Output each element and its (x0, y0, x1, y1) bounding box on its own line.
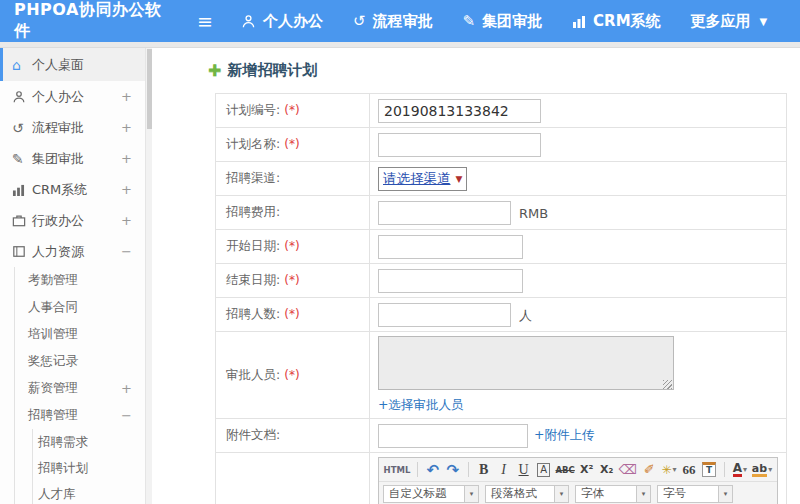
user-icon (241, 14, 256, 29)
source-code-button[interactable]: HTML (383, 460, 411, 479)
nav-item-personal-office[interactable]: 个人办公 (241, 12, 323, 31)
resize-grip-icon[interactable] (663, 380, 672, 389)
select-caret-icon: ▼ (456, 174, 463, 184)
chevron-down-icon: ▾ (637, 485, 651, 503)
expand-icon[interactable]: + (121, 151, 132, 166)
plan-name-input[interactable] (378, 133, 541, 157)
nav-item-workflow-approval[interactable]: ↺ 流程审批 (353, 12, 433, 31)
font-size-select[interactable]: 字号 ▾ (657, 485, 733, 503)
sidebar-item-recruit-mgmt[interactable]: 招聘管理 − (0, 402, 145, 429)
editor-toolbar-row1: HTML ↶ ↷ B I U A ABC X² X₂ ⌫ (379, 458, 777, 482)
chevron-down-icon: ▾ (673, 465, 677, 474)
bold-button[interactable]: B (475, 460, 493, 479)
approvers-textarea[interactable] (378, 336, 674, 390)
expand-icon[interactable]: + (121, 381, 132, 396)
sidebar-item-recruit-plan[interactable]: 招聘计划 (0, 455, 145, 481)
required-mark: (*) (284, 137, 299, 151)
sidebar-item-talent-pool[interactable]: 人才库 (0, 481, 145, 504)
nav-item-label: 更多应用 (691, 12, 751, 31)
sidebar-item-hr-contract[interactable]: 人事合同 (0, 294, 145, 321)
nav-item-label: 个人办公 (263, 12, 323, 31)
nav-item-group-approval[interactable]: ✎ 集团审批 (463, 12, 543, 31)
channel-select[interactable]: 请选择渠道 ▼ (378, 167, 467, 191)
scrollbar-thumb[interactable] (147, 49, 152, 129)
custom-heading-select[interactable]: 自定义标题 ▾ (383, 485, 479, 503)
strikethrough-button[interactable]: ABC (555, 460, 576, 479)
expand-icon[interactable]: + (121, 120, 132, 135)
sidebar-item-personal-office[interactable]: 个人办公 + (0, 81, 145, 112)
format-brush-icon[interactable]: ✐ (640, 460, 658, 479)
sidebar-item-group-approval[interactable]: ✎ 集团审批 + (0, 143, 145, 174)
plan-number-input[interactable] (378, 99, 541, 123)
sidebar-item-rewards[interactable]: 奖惩记录 (0, 348, 145, 375)
sidebar-item-label: 集团审批 (32, 150, 84, 168)
select-value: 自定义标题 (383, 485, 465, 503)
attachment-input[interactable] (378, 424, 528, 448)
required-mark: (*) (284, 307, 299, 321)
field-label: 审批人员: (226, 367, 280, 382)
highlight-glyph: ab (752, 463, 767, 477)
sidebar-item-crm[interactable]: CRM系统 + (0, 174, 145, 205)
sidebar-item-label: 招聘需求 (38, 434, 88, 451)
expand-icon[interactable]: − (121, 408, 132, 423)
nav-item-more-apps[interactable]: 更多应用 ▼ (691, 12, 768, 31)
sidebar-item-label: 个人办公 (32, 88, 84, 106)
hamburger-icon[interactable]: ≡ (197, 10, 213, 32)
form-row-approvers: 审批人员:(*) +选择审批人员 (216, 332, 787, 419)
paste-as-text-icon[interactable]: T (702, 462, 716, 477)
cost-input[interactable] (378, 201, 511, 225)
sidebar-item-desktop[interactable]: ⌂ 个人桌面 (0, 48, 145, 81)
italic-button[interactable]: I (495, 460, 513, 479)
superscript-button[interactable]: X² (578, 460, 596, 479)
sidebar-item-label: 人事合同 (28, 299, 78, 316)
edit-icon: ✎ (12, 151, 32, 167)
chevron-down-icon: ▾ (719, 485, 733, 503)
field-label: 计划名称: (226, 136, 280, 151)
sidebar-scrollbar[interactable] (145, 48, 152, 504)
headcount-input[interactable] (378, 303, 511, 327)
redo-icon[interactable]: ↷ (444, 460, 462, 479)
chevron-down-icon: ▾ (743, 465, 747, 474)
sidebar-item-label: 招聘管理 (28, 407, 78, 424)
chevron-down-icon: ▼ (760, 16, 768, 27)
highlight-color-button[interactable]: ab▾ (751, 460, 773, 479)
sidebar-item-workflow-approval[interactable]: ↺ 流程审批 + (0, 112, 145, 143)
sidebar-item-label: 考勤管理 (28, 272, 78, 289)
field-label: 招聘渠道: (226, 170, 280, 185)
start-date-input[interactable] (378, 235, 523, 259)
expand-icon[interactable]: + (121, 182, 132, 197)
color-spray-icon[interactable]: ✳▾ (660, 460, 678, 479)
sidebar-item-training[interactable]: 培训管理 (0, 321, 145, 348)
sidebar-item-hr[interactable]: 人力资源 − (0, 236, 145, 267)
remove-format-icon[interactable]: A (537, 463, 550, 477)
person-suffix: 人 (519, 308, 532, 323)
sidebar-item-recruit-need[interactable]: 招聘需求 (0, 429, 145, 455)
field-label: 附件文档: (226, 427, 280, 442)
eraser-icon[interactable]: ⌫ (618, 460, 638, 479)
expand-icon[interactable]: + (121, 89, 132, 104)
sidebar-item-admin-office[interactable]: 行政办公 + (0, 205, 145, 236)
paragraph-format-select[interactable]: 段落格式 ▾ (485, 485, 569, 503)
chevron-down-icon: ▾ (555, 485, 569, 503)
briefcase-icon (12, 214, 32, 227)
font-color-button[interactable]: A▾ (731, 460, 749, 479)
nav-item-crm[interactable]: CRM系统 (572, 12, 661, 31)
bar-chart-icon (572, 15, 586, 28)
sidebar-item-label: CRM系统 (32, 181, 87, 199)
underline-button[interactable]: U (515, 460, 533, 479)
home-icon: ⌂ (12, 57, 32, 73)
subscript-button[interactable]: X₂ (598, 460, 616, 479)
end-date-input[interactable] (378, 269, 523, 293)
undo-icon[interactable]: ↶ (424, 460, 442, 479)
expand-icon[interactable]: − (121, 244, 132, 259)
attachment-upload-link[interactable]: +附件上传 (534, 427, 594, 444)
choose-approvers-link[interactable]: +选择审批人员 (378, 397, 463, 412)
channel-select-value: 请选择渠道 (383, 170, 451, 188)
top-bar: PHPOA协同办公软件 ≡ 个人办公 ↺ 流程审批 ✎ 集团审批 CRM系统 更… (0, 0, 800, 42)
form-row-cost: 招聘费用: RMB (216, 196, 787, 230)
sidebar-item-attendance[interactable]: 考勤管理 (0, 267, 145, 294)
font-family-select[interactable]: 字体 ▾ (575, 485, 651, 503)
sidebar-item-salary[interactable]: 薪资管理 + (0, 375, 145, 402)
expand-icon[interactable]: + (121, 213, 132, 228)
blockquote-icon[interactable]: 66 (680, 460, 698, 479)
